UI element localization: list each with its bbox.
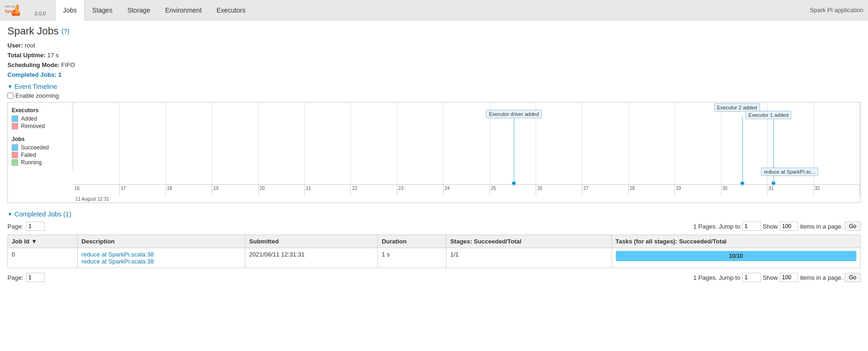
- col-tasks[interactable]: Tasks (for all stages): Succeeded/Total: [612, 235, 860, 248]
- scheduling-info: Scheduling Mode: FIFO: [7, 61, 861, 68]
- legend-removed: Removed: [12, 123, 69, 129]
- completed-jobs-link[interactable]: Completed Jobs: 1: [7, 71, 61, 78]
- user-info: User: root: [7, 42, 861, 49]
- page-input-bottom[interactable]: [26, 273, 45, 282]
- col-submitted[interactable]: Submitted: [245, 235, 378, 248]
- go-button-bottom[interactable]: Go: [845, 273, 861, 282]
- spark-version: 3.0.0: [34, 11, 46, 16]
- grid-col: [629, 102, 675, 184]
- grid-col: [166, 102, 212, 184]
- col-description[interactable]: Description: [78, 235, 245, 248]
- col-job-id[interactable]: Job Id ▼: [8, 235, 78, 248]
- progress-text: 10/10: [616, 251, 856, 261]
- axis-tick: 20: [259, 185, 305, 196]
- col-stages[interactable]: Stages: Succeeded/Total: [446, 235, 612, 248]
- exec-driver-line: [514, 116, 514, 184]
- scheduling-value: FIFO: [61, 61, 75, 68]
- app-title: Spark Pi application: [810, 7, 863, 14]
- axis-tick: 32: [814, 185, 860, 196]
- exec-driver-label: Executor driver added: [489, 111, 539, 117]
- axis-tick: 22: [351, 185, 397, 196]
- brand: APACHE Spark 3.0.0: [5, 2, 46, 19]
- exec2-label: Executor 2 added: [717, 105, 757, 110]
- jump-input-top[interactable]: [742, 222, 761, 231]
- svg-text:Spark: Spark: [5, 8, 17, 13]
- enable-zoom-row: Enable zooming: [7, 92, 861, 99]
- completed-jobs-count: 1: [58, 71, 61, 78]
- removed-color-box: [12, 123, 18, 129]
- legend-added-label: Added: [21, 115, 37, 122]
- spark-logo-icon: APACHE Spark: [5, 2, 33, 19]
- event-timeline-header[interactable]: Event Timeline: [7, 83, 861, 90]
- grid-col: [536, 102, 582, 184]
- legend-running: Running: [12, 159, 69, 166]
- show-input-top[interactable]: [780, 222, 798, 231]
- pages-info-top: 1 Pages. Jump to: [693, 223, 740, 230]
- enable-zoom-label: Enable zooming: [15, 92, 59, 99]
- grid-col: [351, 102, 397, 184]
- description-link2[interactable]: reduce at SparkPi.scala:38: [81, 258, 154, 265]
- grid-col: [675, 102, 721, 184]
- grid-col: [814, 102, 860, 184]
- items-label-bottom: items in a page.: [800, 274, 843, 281]
- grid-col: [582, 102, 628, 184]
- completed-jobs-label: Completed Jobs:: [7, 71, 56, 78]
- executors-legend-title: Executors: [12, 107, 69, 114]
- timeline-axis: 1617181920212223242526272829303132: [74, 184, 860, 196]
- axis-tick: 30: [721, 185, 767, 196]
- grid-col: [305, 102, 351, 184]
- show-input-bottom[interactable]: [780, 273, 798, 282]
- reduce-label: reduce at SparkPi.sc...: [764, 169, 815, 175]
- axis-tick: 27: [582, 185, 628, 196]
- grid-col: [212, 102, 258, 184]
- page-input-top[interactable]: [26, 222, 45, 231]
- jobs-table: Job Id ▼ Description Submitted Duration …: [7, 235, 861, 268]
- completed-section: Completed Jobs (1) Page: 1 Pages. Jump t…: [7, 210, 861, 282]
- tab-executors[interactable]: Executors: [209, 0, 253, 20]
- tab-storage[interactable]: Storage: [120, 0, 158, 20]
- axis-tick: 24: [444, 185, 490, 196]
- completed-jobs-section-header[interactable]: Completed Jobs (1): [7, 210, 861, 218]
- pages-info-bottom: 1 Pages. Jump to: [693, 274, 740, 281]
- page-title-text: Spark Jobs: [7, 25, 59, 37]
- user-value: root: [25, 42, 35, 49]
- stages-cell: 1/1: [446, 248, 612, 268]
- col-duration[interactable]: Duration: [378, 235, 446, 248]
- pagination-bottom: Page: 1 Pages. Jump to Show items in a p…: [7, 273, 861, 282]
- grid-col: [397, 102, 444, 184]
- failed-color-box: [12, 152, 18, 158]
- enable-zoom-checkbox[interactable]: [7, 93, 13, 99]
- tab-jobs[interactable]: Jobs: [55, 0, 85, 20]
- tab-environment[interactable]: Environment: [158, 0, 209, 20]
- axis-date: 11 August 12:31: [74, 196, 860, 202]
- svg-text:APACHE: APACHE: [5, 5, 15, 8]
- page-label-bottom: Page:: [7, 274, 23, 281]
- tasks-cell: 10/10: [612, 248, 860, 268]
- succeeded-color-box: [12, 144, 18, 151]
- legend-succeeded-label: Succeeded: [21, 144, 49, 151]
- description-link1[interactable]: reduce at SparkPi.scala:38: [81, 251, 154, 258]
- legend-failed: Failed: [12, 152, 69, 158]
- added-color-box: [12, 115, 18, 122]
- page-title: Spark Jobs (?): [7, 25, 861, 37]
- job-id-cell: 0: [8, 248, 78, 268]
- exec1-annotation: Executor 1 added: [746, 111, 791, 119]
- jobs-legend: Jobs Succeeded Failed Running: [12, 133, 69, 169]
- axis-tick: 21: [305, 185, 351, 196]
- axis-tick: 31: [767, 185, 814, 196]
- help-icon[interactable]: (?): [61, 27, 69, 35]
- legend-added: Added: [12, 115, 69, 122]
- exec2-line: [742, 116, 743, 184]
- go-button-top[interactable]: Go: [845, 222, 861, 231]
- page-label-top: Page:: [7, 223, 23, 230]
- grid-col: [74, 102, 120, 184]
- tab-stages[interactable]: Stages: [85, 0, 120, 20]
- legend-succeeded: Succeeded: [12, 144, 69, 151]
- axis-tick: 25: [490, 185, 536, 196]
- completed-jobs-link-row: Completed Jobs: 1: [7, 71, 861, 78]
- exec-driver-annotation: Executor driver added: [486, 110, 542, 118]
- timeline-chart: Executor driver added Executor 2 added E…: [74, 102, 860, 196]
- jump-input-bottom[interactable]: [742, 273, 761, 282]
- nav-tabs: Jobs Stages Storage Environment Executor…: [55, 0, 253, 20]
- navbar: APACHE Spark 3.0.0 Jobs Stages Storage E…: [0, 0, 868, 20]
